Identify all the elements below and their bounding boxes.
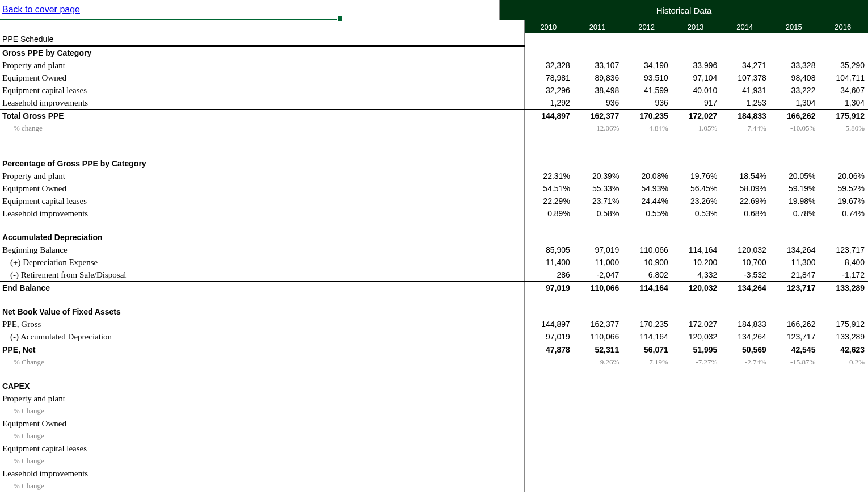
cell-total-gross-ppe-2011: 162,377 (574, 110, 623, 123)
cell-retirement-2011: -2,047 (574, 269, 623, 282)
label-end-bal: End Balance (0, 282, 524, 295)
cell-pct-equip-cap-2014: 22.69% (720, 195, 770, 207)
cell-tg-change-2015: -10.05% (770, 122, 819, 135)
year-2011: 2011 (574, 20, 623, 33)
cell-cx-leasehold-chg-2015 (770, 480, 819, 492)
cell-ppe-net-2016: 42,623 (819, 343, 868, 357)
cell-leasehold-imp-2010: 1,292 (524, 97, 574, 110)
cell-total-gross-ppe-2012: 170,235 (622, 110, 672, 123)
cell-pct-leasehold-2016: 0.74% (819, 207, 868, 220)
cell-leasehold-imp-2012: 936 (622, 97, 672, 110)
cell-ppe-net-2015: 42,545 (770, 343, 819, 357)
row-capex: CAPEX (0, 380, 868, 392)
cell-cx-equip-cap-chg-2012 (622, 455, 672, 467)
label-leasehold-imp: Leasehold improvements (0, 97, 524, 110)
cell-nbv-2012 (622, 305, 672, 318)
cell-pct-equip-cap-2016: 19.67% (819, 195, 868, 207)
cell-blank2-2011 (574, 220, 623, 231)
cell-equip-owned-2013: 97,104 (672, 72, 721, 84)
row-tg-change: % change12.06%4.84%1.05%7.44%-10.05%5.80… (0, 122, 868, 135)
cell-pct-gross-cat-2011 (574, 157, 623, 170)
cell-cx-prop-chg-2010 (524, 405, 574, 417)
label-cx-leasehold: Leasehold improvements (0, 467, 524, 480)
cell-retirement-2013: 4,332 (672, 269, 721, 282)
cell-cx-prop-chg-2015 (770, 405, 819, 417)
cell-pct-equip-cap-2010: 22.29% (524, 195, 574, 207)
cell-blank4-2012 (622, 368, 672, 380)
cell-gross-ppe-cat-2013 (672, 46, 721, 59)
cell-cx-equip-owned-2011 (574, 417, 623, 430)
cell-less-accum-2015: 123,717 (770, 330, 819, 343)
cell-cx-equip-owned-chg-2011 (574, 430, 623, 442)
cell-blank4-2011 (574, 368, 623, 380)
cell-cx-equip-owned-chg-2015 (770, 430, 819, 442)
cell-gross-ppe-cat-2015 (770, 46, 819, 59)
label-blank4 (0, 368, 524, 380)
cell-cx-equip-cap-2010 (524, 442, 574, 455)
row-cx-prop: Property and plant (0, 392, 868, 405)
cell-less-accum-2012: 114,164 (622, 330, 672, 343)
label-net-change: % Change (0, 356, 524, 368)
cell-pct-leasehold-2015: 0.78% (770, 207, 819, 220)
cell-blank4-2014 (720, 368, 770, 380)
label-gross-ppe-cat: Gross PPE by Category (0, 46, 524, 59)
cell-net-change-2012: 7.19% (622, 356, 672, 368)
cell-tg-change-2010 (524, 122, 574, 135)
cell-less-accum-2010: 97,019 (524, 330, 574, 343)
cell-leasehold-imp-2014: 1,253 (720, 97, 770, 110)
cell-ppe-gross-2016: 175,912 (819, 318, 868, 330)
cell-less-accum-2014: 134,264 (720, 330, 770, 343)
label-blank1b (0, 146, 524, 157)
cell-cx-equip-cap-2015 (770, 442, 819, 455)
cell-selection-handle-icon[interactable] (337, 16, 343, 22)
cell-pct-prop-2013: 19.76% (672, 170, 721, 182)
cell-blank3-2011 (574, 294, 623, 305)
cell-cx-leasehold-2010 (524, 467, 574, 480)
cell-blank1-2014 (720, 135, 770, 146)
cell-blank1-2012 (622, 135, 672, 146)
cell-blank2-2014 (720, 220, 770, 231)
label-dep-exp: (+) Depreciation Expense (0, 256, 524, 269)
cell-beg-bal-2011: 97,019 (574, 244, 623, 256)
cell-end-bal-2014: 134,264 (720, 282, 770, 295)
row-accum-dep: Accumulated Depreciation (0, 231, 868, 244)
cell-ppe-gross-2010: 144,897 (524, 318, 574, 330)
cell-capex-2013 (672, 380, 721, 392)
cell-total-gross-ppe-2013: 172,027 (672, 110, 721, 123)
cell-cx-leasehold-chg-2013 (672, 480, 721, 492)
label-cx-equip-cap: Equipment capital leases (0, 442, 524, 455)
cell-less-accum-2013: 120,032 (672, 330, 721, 343)
cell-prop-plant-2013: 33,996 (672, 59, 721, 72)
cell-net-change-2015: -15.87% (770, 356, 819, 368)
cell-cx-prop-2016 (819, 392, 868, 405)
cell-cx-leasehold-chg-2010 (524, 480, 574, 492)
cell-gross-ppe-cat-2011 (574, 46, 623, 59)
cell-end-bal-2015: 123,717 (770, 282, 819, 295)
cell-cx-equip-owned-chg-2012 (622, 430, 672, 442)
cell-blank3-2010 (524, 294, 574, 305)
row-prop-plant: Property and plant32,32833,10734,19033,9… (0, 59, 868, 72)
cell-capex-2011 (574, 380, 623, 392)
cell-accum-dep-2015 (770, 231, 819, 244)
cell-cx-prop-chg-2011 (574, 405, 623, 417)
cell-pct-gross-cat-2016 (819, 157, 868, 170)
cell-total-gross-ppe-2016: 175,912 (819, 110, 868, 123)
cell-accum-dep-2012 (622, 231, 672, 244)
cell-nbv-2011 (574, 305, 623, 318)
cell-total-gross-ppe-2015: 166,262 (770, 110, 819, 123)
label-pct-equip-cap: Equipment capital leases (0, 195, 524, 207)
cell-end-bal-2016: 133,289 (819, 282, 868, 295)
back-to-cover-link[interactable]: Back to cover page (2, 5, 80, 15)
row-cx-leasehold: Leasehold improvements (0, 467, 868, 480)
cell-leasehold-imp-2011: 936 (574, 97, 623, 110)
historical-data-header: Historical Data (499, 0, 868, 20)
label-pct-prop: Property and plant (0, 170, 524, 182)
row-net-change: % Change9.26%7.19%-7.27%-2.74%-15.87%0.2… (0, 356, 868, 368)
row-beg-bal: Beginning Balance85,90597,019110,066114,… (0, 244, 868, 256)
cell-cx-equip-cap-2012 (622, 442, 672, 455)
label-blank3 (0, 294, 524, 305)
cell-blank3-2016 (819, 294, 868, 305)
cell-pct-prop-2011: 20.39% (574, 170, 623, 182)
label-pct-leasehold: Leasehold improvements (0, 207, 524, 220)
cell-pct-leasehold-2014: 0.68% (720, 207, 770, 220)
